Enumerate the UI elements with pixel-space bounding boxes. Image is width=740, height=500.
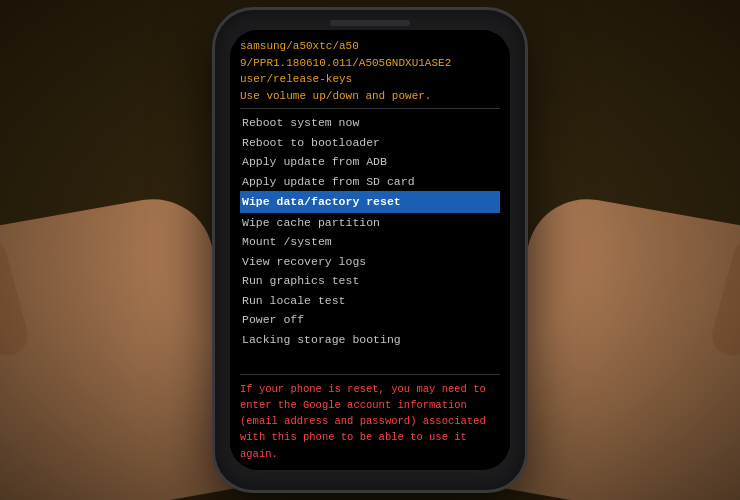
device-info-line-1: samsung/a50xtc/a50 — [240, 38, 500, 55]
menu-item-9[interactable]: Run locale test — [240, 291, 500, 311]
menu-item-2[interactable]: Apply update from ADB — [240, 152, 500, 172]
device-info-line-3: user/release-keys — [240, 71, 500, 88]
menu-item-10[interactable]: Power off — [240, 310, 500, 330]
menu-item-3[interactable]: Apply update from SD card — [240, 172, 500, 192]
device-info-line-4: Use volume up/down and power. — [240, 88, 500, 105]
menu-item-0[interactable]: Reboot system now — [240, 113, 500, 133]
device-info-header: samsung/a50xtc/a50 9/PPR1.180610.011/A50… — [240, 38, 500, 109]
factory-reset-warning: If your phone is reset, you may need to … — [240, 374, 500, 462]
menu-item-6[interactable]: Mount /system — [240, 232, 500, 252]
menu-item-5[interactable]: Wipe cache partition — [240, 213, 500, 233]
device-info-line-2: 9/PPR1.180610.011/A505GNDXU1ASE2 — [240, 55, 500, 72]
menu-item-11[interactable]: Lacking storage booting — [240, 330, 500, 350]
phone-screen-container: samsung/a50xtc/a50 9/PPR1.180610.011/A50… — [230, 30, 510, 470]
phone-device: samsung/a50xtc/a50 9/PPR1.180610.011/A50… — [215, 10, 525, 490]
recovery-screen: samsung/a50xtc/a50 9/PPR1.180610.011/A50… — [230, 30, 510, 470]
warning-text: If your phone is reset, you may need to … — [240, 381, 500, 462]
menu-item-4-selected[interactable]: Wipe data/factory reset — [240, 191, 500, 213]
scene: samsung/a50xtc/a50 9/PPR1.180610.011/A50… — [0, 0, 740, 500]
menu-item-1[interactable]: Reboot to bootloader — [240, 133, 500, 153]
menu-item-8[interactable]: Run graphics test — [240, 271, 500, 291]
recovery-menu: Reboot system now Reboot to bootloader A… — [240, 113, 500, 370]
menu-item-7[interactable]: View recovery logs — [240, 252, 500, 272]
